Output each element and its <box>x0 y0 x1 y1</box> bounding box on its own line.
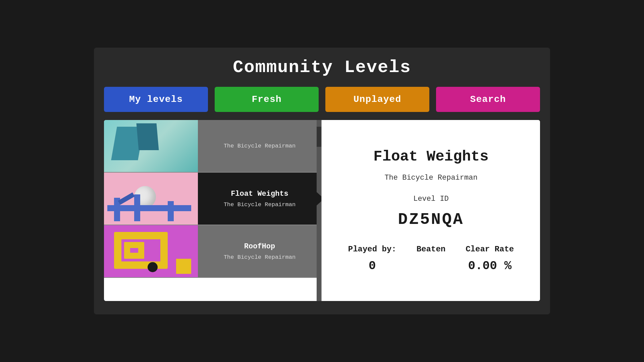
level-name-1: The Bicycle Repairman <box>224 143 296 149</box>
stat-clearrate: Clear Rate 0.00 % <box>466 245 514 273</box>
level-info: The Bicycle Repairman <box>198 139 321 153</box>
detail-author: The Bicycle Repairman <box>384 174 477 182</box>
thumb-roof-frame <box>114 232 168 269</box>
stat-played-label: Played by: <box>348 245 396 254</box>
outer-container: Community Levels My levels Fresh Unplaye… <box>94 48 550 314</box>
level-author-2: The Bicycle Repairman <box>224 201 296 208</box>
play-arrow-icon <box>317 192 322 205</box>
scrollbar[interactable] <box>317 120 321 301</box>
thumb-roofhop-img <box>104 225 198 277</box>
thumb-beam-v2 <box>134 194 140 221</box>
list-item[interactable]: The Bicycle Repairman <box>104 120 321 173</box>
level-author-3: The Bicycle Repairman <box>224 254 296 260</box>
tab-search[interactable]: Search <box>436 87 540 112</box>
level-thumbnail-roofhop <box>104 225 198 277</box>
stat-beaten: Beaten <box>417 245 445 259</box>
thumb-small-box <box>176 259 191 274</box>
detail-title: Float Weights <box>373 148 488 165</box>
main-content: The Bicycle Repairman <box>104 120 540 301</box>
stat-clearrate-label: Clear Rate <box>466 245 514 254</box>
detail-levelid-label: Level ID <box>413 195 449 203</box>
list-item[interactable]: RoofHop The Bicycle Repairman <box>104 225 321 278</box>
detail-levelid-value: DZ5NQA <box>398 210 464 229</box>
level-name-3: RoofHop <box>244 242 275 251</box>
tab-bar: My levels Fresh Unplayed Search <box>104 87 540 112</box>
scroll-thumb[interactable] <box>317 127 321 147</box>
thumb-char <box>148 262 158 272</box>
page-title: Community Levels <box>104 58 540 77</box>
stat-played: Played by: 0 <box>348 245 396 273</box>
list-item[interactable]: Float Weights The Bicycle Repairman <box>104 173 321 225</box>
detail-stats: Played by: 0 Beaten Clear Rate 0.00 % <box>339 245 523 273</box>
thumb-rf-inner <box>124 242 144 259</box>
thumb-frame <box>107 191 191 221</box>
level-thumbnail-float <box>104 173 198 225</box>
level-thumbnail-bicycle <box>104 120 198 172</box>
thumb-beam-v3 <box>168 201 174 221</box>
thumb-bicycle-img <box>104 120 198 172</box>
stat-played-value: 0 <box>369 259 376 273</box>
tab-fresh[interactable]: Fresh <box>215 87 319 112</box>
detail-panel: Float Weights The Bicycle Repairman Leve… <box>322 120 540 301</box>
level-name-2: Float Weights <box>231 190 288 198</box>
tab-unplayed[interactable]: Unplayed <box>325 87 429 112</box>
stat-clearrate-value: 0.00 % <box>468 259 512 273</box>
thumb-beam-diag <box>118 192 135 205</box>
thumb-float-img <box>104 173 198 225</box>
level-list-panel: The Bicycle Repairman <box>104 120 322 301</box>
level-info-selected: Float Weights The Bicycle Repairman <box>198 186 321 211</box>
tab-my-levels[interactable]: My levels <box>104 87 208 112</box>
level-info-3: RoofHop The Bicycle Repairman <box>198 239 321 264</box>
stat-beaten-label: Beaten <box>417 245 445 254</box>
